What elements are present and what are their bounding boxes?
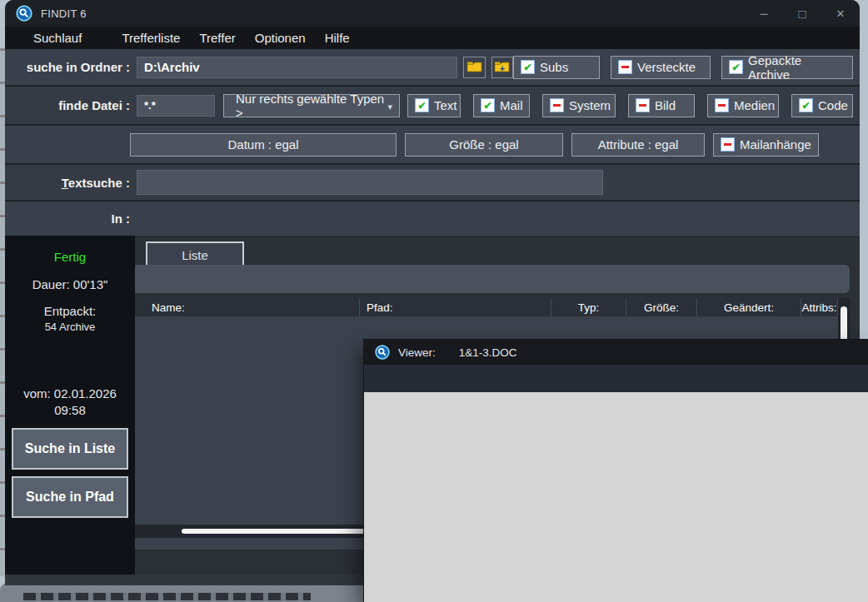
type-dropdown[interactable]: Nur rechts gewählte Typen > [223, 94, 400, 117]
checked-icon [415, 98, 429, 112]
menu-hilfe[interactable]: Hilfe [325, 31, 350, 45]
checkbox-label: Bild [655, 98, 676, 112]
menubar: SuchlaufTrefferlisteTrefferOptionenHilfe [5, 27, 860, 49]
choose-folder-button[interactable] [463, 57, 485, 78]
menu-optionen[interactable]: Optionen [255, 31, 306, 45]
checkbox-gepackte-archive[interactable]: Gepackte Archive [721, 56, 853, 79]
window-title: FINDIT 6 [41, 7, 87, 20]
checkbox-system[interactable]: System [542, 94, 616, 117]
table-header: Name: Pfad: Typ: Größe: Geändert: Attrib… [135, 298, 850, 316]
datum-filter-button[interactable]: Datum : egal [130, 133, 397, 157]
search-form: suche in Ordner : D:\Archiv + SubsVerste… [5, 49, 860, 237]
tab-liste[interactable]: Liste [146, 241, 244, 266]
file-label: finde Datei : [5, 98, 137, 112]
maximize-button[interactable] [783, 0, 821, 27]
viewer-toolbar [364, 365, 868, 392]
close-icon [836, 7, 846, 20]
checkbox-mail[interactable]: Mail [473, 94, 530, 117]
checkbox-mailanh-nge[interactable]: Mailanhänge [713, 133, 819, 157]
suche-in-liste-button[interactable]: Suche in Liste [12, 428, 128, 470]
titlebar: FINDIT 6 [5, 0, 860, 27]
add-folder-button[interactable]: + [491, 57, 513, 78]
status-text: Fertig [5, 250, 135, 264]
viewer-title: Viewer: [398, 346, 436, 359]
menu-suchlauf[interactable]: Suchlauf [33, 31, 82, 45]
maximize-icon [798, 7, 806, 21]
checkbox-label: System [569, 98, 611, 112]
in-label: In : [5, 211, 137, 226]
checkbox-subs[interactable]: Subs [513, 56, 600, 79]
checkbox-medien[interactable]: Medien [707, 94, 779, 117]
checked-icon [729, 60, 743, 74]
checked-icon [481, 98, 495, 112]
checkbox-label: Gepackte Archive [748, 53, 846, 82]
search-time: 09:58 [5, 403, 135, 417]
column-typ[interactable]: Typ: [551, 298, 626, 316]
folder-label: suche in Ordner : [5, 60, 137, 74]
entpackt-value: 54 Archive [5, 321, 135, 333]
duration-text: Dauer: 00'13" [5, 276, 135, 294]
checkbox-label: Mailanhänge [740, 137, 811, 152]
background-window-text [23, 593, 311, 600]
textsearch-input[interactable] [137, 170, 603, 195]
unchecked-icon [636, 98, 650, 112]
viewer-filename: 1&1-3.DOC [459, 346, 517, 359]
unchecked-icon [550, 98, 564, 112]
unchecked-icon [721, 137, 735, 152]
minimize-button[interactable] [745, 0, 783, 27]
menu-treffer[interactable]: Treffer [199, 31, 235, 45]
minimize-icon [760, 7, 767, 20]
suche-in-pfad-button[interactable]: Suche in Pfad [12, 476, 128, 518]
checkbox-label: Mail [500, 98, 523, 112]
checkbox-label: Versteckte [637, 60, 696, 74]
menu-trefferliste[interactable]: Trefferliste [122, 31, 180, 45]
checkbox-versteckte[interactable]: Versteckte [611, 56, 711, 79]
file-mask-input[interactable]: *.* [137, 95, 215, 117]
status-sidebar: Fertig Dauer: 00'13" Entpackt: 54 Archiv… [5, 236, 135, 575]
unchecked-icon [618, 60, 632, 74]
viewer-app-icon [375, 345, 390, 360]
checkbox-text[interactable]: Text [407, 94, 461, 117]
search-date: vom: 02.01.2026 [5, 385, 135, 403]
results-toolbar [135, 265, 850, 293]
close-button[interactable] [821, 0, 860, 27]
column-geaendert[interactable]: Geändert: [697, 298, 801, 316]
column-groesse[interactable]: Größe: [626, 298, 697, 316]
entpackt-label: Entpackt: [5, 302, 135, 321]
attribute-filter-button[interactable]: Attribute : egal [571, 133, 705, 157]
svg-text:+: + [500, 64, 505, 73]
unchecked-icon [715, 98, 729, 112]
groesse-filter-button[interactable]: Größe : egal [405, 133, 563, 157]
viewer-titlebar: Viewer: 1&1-3.DOC [364, 340, 868, 365]
checkbox-label: Medien [734, 98, 775, 112]
column-attribs[interactable]: Attribs: [801, 298, 838, 316]
app-icon [16, 5, 32, 22]
column-name[interactable]: Name: [135, 298, 360, 316]
viewer-window: Viewer: 1&1-3.DOC [364, 340, 868, 602]
checkbox-label: Subs [540, 60, 568, 74]
checkbox-label: Code [818, 98, 848, 112]
checkbox-label: Text [434, 98, 457, 112]
column-pfad[interactable]: Pfad: [360, 298, 551, 316]
folder-input[interactable]: D:\Archiv [137, 57, 457, 78]
checkbox-bild[interactable]: Bild [628, 94, 695, 117]
chevron-down-icon [387, 98, 392, 112]
checked-icon [799, 98, 813, 112]
textsearch-label: Textsuche : [5, 176, 137, 190]
checkbox-code[interactable]: Code [791, 94, 853, 117]
viewer-content[interactable] [364, 392, 868, 602]
checked-icon [521, 60, 535, 74]
